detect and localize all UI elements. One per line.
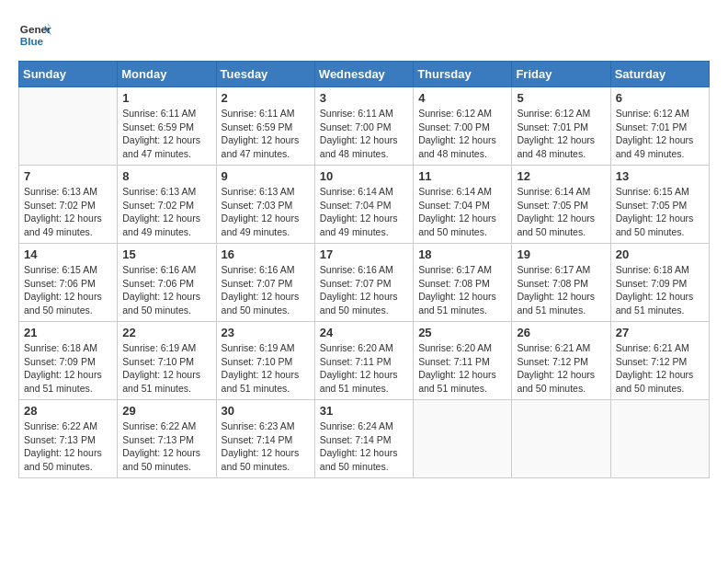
calendar-cell: 25Sunrise: 6:20 AM Sunset: 7:11 PM Dayli… (414, 322, 512, 400)
calendar-cell: 30Sunrise: 6:23 AM Sunset: 7:14 PM Dayli… (216, 400, 314, 478)
cell-content: Sunrise: 6:13 AM Sunset: 7:02 PM Dayligh… (122, 185, 210, 239)
cell-content: Sunrise: 6:23 AM Sunset: 7:14 PM Dayligh… (222, 419, 310, 474)
day-number: 16 (222, 247, 310, 261)
calendar-cell: 17Sunrise: 6:16 AM Sunset: 7:07 PM Dayli… (314, 244, 413, 322)
week-row-3: 21Sunrise: 6:18 AM Sunset: 7:09 PM Dayli… (19, 322, 710, 400)
day-number: 14 (24, 247, 112, 261)
cell-content: Sunrise: 6:19 AM Sunset: 7:10 PM Dayligh… (222, 341, 310, 396)
day-number: 23 (222, 326, 310, 339)
cell-content: Sunrise: 6:14 AM Sunset: 7:04 PM Dayligh… (418, 185, 506, 239)
cell-content: Sunrise: 6:21 AM Sunset: 7:12 PM Dayligh… (616, 341, 704, 396)
day-header-sunday: Sunday (19, 62, 118, 87)
calendar-cell: 31Sunrise: 6:24 AM Sunset: 7:14 PM Dayli… (314, 400, 413, 478)
calendar-cell: 12Sunrise: 6:14 AM Sunset: 7:05 PM Dayli… (512, 166, 610, 244)
cell-content: Sunrise: 6:13 AM Sunset: 7:03 PM Dayligh… (222, 185, 310, 239)
calendar-cell (610, 400, 709, 478)
day-number: 6 (616, 91, 704, 105)
calendar-cell: 14Sunrise: 6:15 AM Sunset: 7:06 PM Dayli… (19, 244, 118, 322)
calendar-cell: 10Sunrise: 6:14 AM Sunset: 7:04 PM Dayli… (314, 166, 413, 244)
cell-content: Sunrise: 6:22 AM Sunset: 7:13 PM Dayligh… (122, 419, 210, 474)
day-number: 26 (517, 326, 605, 339)
day-number: 18 (418, 247, 506, 261)
day-number: 21 (24, 326, 112, 339)
calendar-cell: 28Sunrise: 6:22 AM Sunset: 7:13 PM Dayli… (19, 400, 118, 478)
day-number: 9 (222, 169, 310, 183)
day-number: 20 (616, 247, 704, 261)
day-number: 12 (517, 169, 605, 183)
calendar-cell: 19Sunrise: 6:17 AM Sunset: 7:08 PM Dayli… (512, 244, 610, 322)
calendar-cell: 29Sunrise: 6:22 AM Sunset: 7:13 PM Dayli… (118, 400, 216, 478)
cell-content: Sunrise: 6:16 AM Sunset: 7:07 PM Dayligh… (320, 263, 408, 317)
cell-content: Sunrise: 6:14 AM Sunset: 7:04 PM Dayligh… (320, 185, 408, 239)
day-number: 28 (24, 404, 112, 418)
cell-content: Sunrise: 6:17 AM Sunset: 7:08 PM Dayligh… (517, 263, 605, 317)
day-number: 27 (616, 326, 704, 339)
week-row-4: 28Sunrise: 6:22 AM Sunset: 7:13 PM Dayli… (19, 400, 710, 478)
cell-content: Sunrise: 6:15 AM Sunset: 7:05 PM Dayligh… (616, 185, 704, 239)
day-number: 29 (122, 404, 210, 418)
calendar-cell: 27Sunrise: 6:21 AM Sunset: 7:12 PM Dayli… (610, 322, 709, 400)
cell-content: Sunrise: 6:16 AM Sunset: 7:06 PM Dayligh… (122, 263, 210, 317)
calendar-cell: 26Sunrise: 6:21 AM Sunset: 7:12 PM Dayli… (512, 322, 610, 400)
day-number: 24 (320, 326, 408, 339)
calendar-cell (19, 87, 118, 166)
calendar-table: SundayMondayTuesdayWednesdayThursdayFrid… (18, 61, 710, 478)
cell-content: Sunrise: 6:12 AM Sunset: 7:01 PM Dayligh… (517, 107, 605, 161)
calendar-cell: 5Sunrise: 6:12 AM Sunset: 7:01 PM Daylig… (512, 87, 610, 166)
day-number: 13 (616, 169, 704, 183)
cell-content: Sunrise: 6:18 AM Sunset: 7:09 PM Dayligh… (24, 341, 112, 396)
calendar-cell: 6Sunrise: 6:12 AM Sunset: 7:01 PM Daylig… (610, 87, 709, 166)
calendar-cell: 22Sunrise: 6:19 AM Sunset: 7:10 PM Dayli… (118, 322, 216, 400)
cell-content: Sunrise: 6:12 AM Sunset: 7:01 PM Dayligh… (616, 107, 704, 161)
calendar-cell: 15Sunrise: 6:16 AM Sunset: 7:06 PM Dayli… (118, 244, 216, 322)
day-header-monday: Monday (118, 62, 216, 87)
day-number: 5 (517, 91, 605, 105)
calendar-cell: 21Sunrise: 6:18 AM Sunset: 7:09 PM Dayli… (19, 322, 118, 400)
week-row-0: 1Sunrise: 6:11 AM Sunset: 6:59 PM Daylig… (19, 87, 710, 166)
cell-content: Sunrise: 6:14 AM Sunset: 7:05 PM Dayligh… (517, 185, 605, 239)
cell-content: Sunrise: 6:20 AM Sunset: 7:11 PM Dayligh… (418, 341, 506, 396)
cell-content: Sunrise: 6:12 AM Sunset: 7:00 PM Dayligh… (418, 107, 506, 161)
week-row-2: 14Sunrise: 6:15 AM Sunset: 7:06 PM Dayli… (19, 244, 710, 322)
day-number: 19 (517, 247, 605, 261)
cell-content: Sunrise: 6:18 AM Sunset: 7:09 PM Dayligh… (616, 263, 704, 317)
day-number: 8 (122, 169, 210, 183)
calendar-cell: 7Sunrise: 6:13 AM Sunset: 7:02 PM Daylig… (19, 166, 118, 244)
day-number: 25 (418, 326, 506, 339)
day-number: 1 (122, 91, 210, 105)
cell-content: Sunrise: 6:16 AM Sunset: 7:07 PM Dayligh… (222, 263, 310, 317)
calendar-cell: 24Sunrise: 6:20 AM Sunset: 7:11 PM Dayli… (314, 322, 413, 400)
day-number: 3 (320, 91, 408, 105)
calendar-cell: 18Sunrise: 6:17 AM Sunset: 7:08 PM Dayli… (414, 244, 512, 322)
cell-content: Sunrise: 6:15 AM Sunset: 7:06 PM Dayligh… (24, 263, 112, 317)
day-number: 31 (320, 404, 408, 418)
calendar-cell: 20Sunrise: 6:18 AM Sunset: 7:09 PM Dayli… (610, 244, 709, 322)
day-header-thursday: Thursday (414, 62, 512, 87)
cell-content: Sunrise: 6:13 AM Sunset: 7:02 PM Dayligh… (24, 185, 112, 239)
calendar-cell: 9Sunrise: 6:13 AM Sunset: 7:03 PM Daylig… (216, 166, 314, 244)
calendar-cell: 11Sunrise: 6:14 AM Sunset: 7:04 PM Dayli… (414, 166, 512, 244)
cell-content: Sunrise: 6:19 AM Sunset: 7:10 PM Dayligh… (122, 341, 210, 396)
svg-text:Blue: Blue (20, 35, 44, 47)
day-header-wednesday: Wednesday (314, 62, 413, 87)
day-number: 30 (222, 404, 310, 418)
day-number: 4 (418, 91, 506, 105)
cell-content: Sunrise: 6:20 AM Sunset: 7:11 PM Dayligh… (320, 341, 408, 396)
calendar-header-row: SundayMondayTuesdayWednesdayThursdayFrid… (19, 62, 710, 87)
day-number: 10 (320, 169, 408, 183)
day-number: 15 (122, 247, 210, 261)
day-number: 17 (320, 247, 408, 261)
day-number: 7 (24, 169, 112, 183)
calendar-cell: 3Sunrise: 6:11 AM Sunset: 7:00 PM Daylig… (314, 87, 413, 166)
calendar-cell (512, 400, 610, 478)
calendar-cell: 2Sunrise: 6:11 AM Sunset: 6:59 PM Daylig… (216, 87, 314, 166)
calendar-cell: 1Sunrise: 6:11 AM Sunset: 6:59 PM Daylig… (118, 87, 216, 166)
calendar-cell: 13Sunrise: 6:15 AM Sunset: 7:05 PM Dayli… (610, 166, 709, 244)
day-number: 11 (418, 169, 506, 183)
day-header-friday: Friday (512, 62, 610, 87)
calendar-cell: 4Sunrise: 6:12 AM Sunset: 7:00 PM Daylig… (414, 87, 512, 166)
page-header: General Blue (18, 18, 710, 52)
day-header-tuesday: Tuesday (216, 62, 314, 87)
calendar-cell: 23Sunrise: 6:19 AM Sunset: 7:10 PM Dayli… (216, 322, 314, 400)
cell-content: Sunrise: 6:24 AM Sunset: 7:14 PM Dayligh… (320, 419, 408, 474)
